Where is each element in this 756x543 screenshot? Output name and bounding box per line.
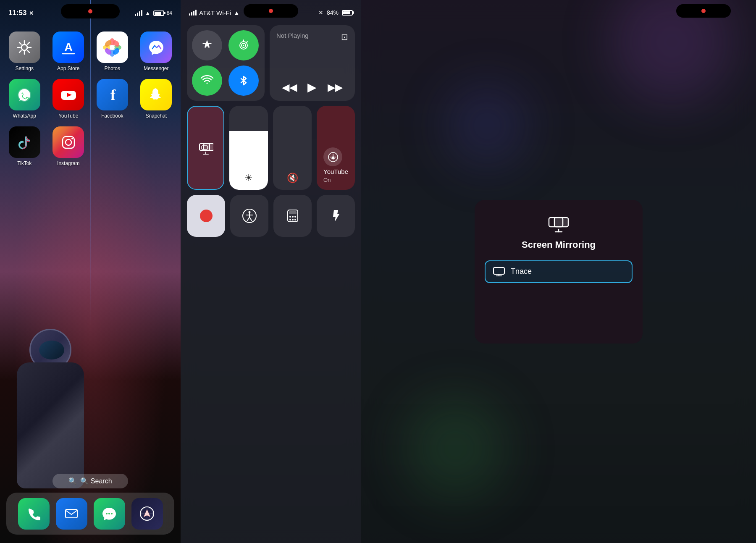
- messenger-icon[interactable]: [140, 31, 172, 63]
- app-appstore[interactable]: A App Store: [50, 31, 87, 71]
- mirror-device-item[interactable]: Tnace: [485, 260, 633, 283]
- wifi-toggle[interactable]: [192, 66, 222, 96]
- app-photos[interactable]: Photos: [94, 31, 131, 71]
- dock-phone[interactable]: [18, 498, 50, 530]
- facebook-icon[interactable]: f: [97, 79, 128, 110]
- app-youtube[interactable]: YouTube: [50, 79, 87, 119]
- cc-battery-percent: 84%: [327, 9, 339, 16]
- photos-icon[interactable]: [97, 31, 128, 63]
- cc-row-1: Not Playing ⊡ ◀◀ ▶ ▶▶: [187, 25, 355, 101]
- svg-point-31: [111, 513, 113, 514]
- svg-line-5: [19, 42, 21, 45]
- app-settings[interactable]: Settings: [6, 31, 43, 71]
- instagram-label: Instagram: [57, 160, 79, 166]
- screen-mirror-button[interactable]: [187, 106, 224, 190]
- appstore-icon[interactable]: A: [52, 31, 84, 63]
- cc-signal: [189, 10, 197, 16]
- x-icon: ✕: [29, 10, 34, 16]
- signal-bar-1: [135, 14, 136, 16]
- status-time: 11:53 ✕: [8, 9, 34, 17]
- app-facebook[interactable]: f Facebook: [94, 79, 131, 119]
- cc-signal-3: [193, 11, 194, 16]
- status-bar: 11:53 ✕ ▲ 84: [0, 0, 181, 21]
- snapchat-label: Snapchat: [145, 113, 167, 119]
- svg-point-29: [106, 513, 108, 514]
- cellular-toggle[interactable]: [228, 30, 259, 60]
- flashlight-button[interactable]: [317, 195, 355, 237]
- airplay-icon[interactable]: ⊡: [341, 32, 348, 42]
- brightness-slider[interactable]: ☀: [229, 106, 268, 190]
- app-whatsapp[interactable]: WhatsApp: [6, 79, 43, 119]
- youtube-icon[interactable]: [52, 79, 84, 110]
- calculator-button[interactable]: [273, 195, 312, 237]
- tiktok-icon[interactable]: [9, 126, 40, 158]
- safari-icon[interactable]: [131, 498, 163, 530]
- instagram-svg: [59, 133, 78, 152]
- search-bar[interactable]: 🔍 🔍 Search: [52, 474, 128, 488]
- device-monitor-icon: [493, 267, 505, 276]
- wifi-icon: ▲: [145, 10, 151, 16]
- whatsapp-label: WhatsApp: [13, 113, 36, 119]
- play-button[interactable]: ▶: [307, 80, 317, 94]
- bg-blob-3: [445, 84, 529, 168]
- bluetooth-toggle[interactable]: [228, 66, 259, 96]
- volume-slider[interactable]: 🔇: [273, 106, 312, 190]
- visor: [39, 341, 64, 359]
- svg-rect-60: [289, 211, 297, 214]
- media-controls: ◀◀ ▶ ▶▶: [276, 80, 348, 94]
- app-tiktok[interactable]: TikTok: [6, 126, 43, 166]
- snapchat-icon[interactable]: [140, 79, 172, 110]
- prev-button[interactable]: ◀◀: [282, 81, 297, 93]
- cc-content: Not Playing ⊡ ◀◀ ▶ ▶▶: [187, 25, 355, 237]
- accessibility-button[interactable]: [230, 195, 268, 237]
- battery-percent: 84: [167, 10, 172, 16]
- messenger-label: Messenger: [144, 66, 168, 71]
- mail-icon[interactable]: [56, 498, 87, 530]
- svg-line-57: [247, 217, 249, 220]
- whatsapp-icon[interactable]: [9, 79, 40, 110]
- next-button[interactable]: ▶▶: [328, 81, 343, 93]
- messages-svg: [101, 505, 118, 522]
- app-instagram[interactable]: Instagram: [50, 126, 87, 166]
- cc-row-2: ☀ 🔇: [187, 106, 355, 190]
- svg-point-54: [248, 211, 250, 213]
- bg-blob-2: [403, 396, 508, 501]
- svg-point-62: [292, 216, 294, 218]
- mirror-di-dot: [701, 9, 706, 13]
- settings-icon[interactable]: [9, 31, 40, 63]
- app-messenger[interactable]: Messenger: [138, 31, 175, 71]
- screen-record-button[interactable]: [187, 195, 225, 237]
- tiktok-svg: [15, 133, 34, 152]
- svg-rect-71: [494, 268, 504, 274]
- instagram-icon[interactable]: [52, 126, 84, 158]
- yt-pip-icon: [323, 147, 342, 166]
- cc-media-player: Not Playing ⊡ ◀◀ ▶ ▶▶: [270, 25, 355, 101]
- svg-point-26: [66, 139, 71, 145]
- cc-signal-1: [189, 13, 190, 16]
- signal-bars: [135, 10, 142, 16]
- youtube-svg: [59, 86, 78, 104]
- youtube-pip-button[interactable]: YouTube On: [317, 106, 355, 190]
- battery-fill: [155, 12, 162, 15]
- cc-battery-icon: [342, 10, 353, 16]
- facebook-label: Facebook: [101, 113, 123, 119]
- dock-messages[interactable]: [94, 498, 125, 530]
- dock-safari[interactable]: [131, 498, 163, 530]
- cc-toggles-panel: [187, 25, 265, 101]
- record-dot: [200, 210, 213, 222]
- svg-point-66: [294, 219, 296, 220]
- airplane-toggle[interactable]: [192, 30, 222, 60]
- app-snapchat[interactable]: Snapchat: [138, 79, 175, 119]
- cc-right-status: ✕ 84%: [318, 9, 353, 16]
- phone-icon[interactable]: [18, 498, 50, 530]
- search-icon: 🔍: [68, 477, 77, 485]
- cc-row-3: [187, 195, 355, 237]
- signal-bar-4: [141, 10, 142, 16]
- svg-line-8: [19, 50, 21, 52]
- svg-line-42: [246, 42, 247, 43]
- messages-icon[interactable]: [94, 498, 125, 530]
- dock-mail[interactable]: [56, 498, 87, 530]
- cc-status-bar: AT&T Wi-Fi ▲ ✕ 84%: [181, 0, 361, 21]
- appstore-svg: A: [60, 39, 77, 56]
- youtube-on-label: On: [323, 177, 331, 183]
